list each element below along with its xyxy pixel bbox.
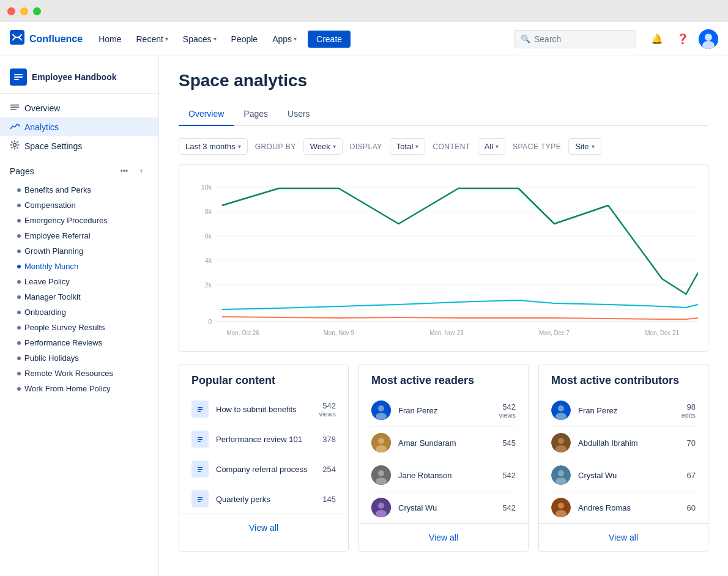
svg-text:2k: 2k	[205, 281, 212, 289]
space-type-value: Site	[575, 142, 589, 151]
sidebar-space-name: Employee Handbook	[32, 72, 116, 82]
active-contributors-list: Fran Perez 98 edits Abdullah Ibrahim 70	[539, 394, 708, 523]
content-item-2-count: 254	[322, 465, 336, 474]
nav-item-people[interactable]: People	[225, 31, 264, 48]
active-readers-view-all[interactable]: View all	[359, 523, 528, 551]
pages-actions: ••• +	[117, 164, 149, 179]
bullet-icon	[17, 341, 21, 345]
svg-rect-9	[10, 107, 19, 108]
svg-point-60	[558, 405, 564, 412]
nav-item-recent[interactable]: Recent ▾	[130, 31, 174, 48]
reader-name-2: Jane Rotanson	[398, 471, 495, 480]
sidebar-page-remote[interactable]: Remote Work Resources	[0, 366, 158, 381]
bullet-icon	[17, 265, 21, 268]
sidebar-page-survey[interactable]: People Survey Results	[0, 320, 158, 335]
content-filter[interactable]: All ▾	[478, 138, 505, 155]
reader-count-2: 542	[502, 471, 516, 480]
sidebar-page-performance-reviews[interactable]: Performance Reviews	[0, 335, 158, 350]
tab-overview[interactable]: Overview	[179, 103, 234, 126]
sidebar-page-wfh[interactable]: Work From Home Policy	[0, 381, 158, 396]
doc-icon	[191, 401, 209, 418]
close-button[interactable]	[7, 7, 15, 15]
svg-rect-6	[14, 76, 23, 78]
contributor-count-3: 60	[687, 503, 696, 512]
tab-pages[interactable]: Pages	[234, 103, 278, 126]
contributor-count-2: 67	[687, 471, 696, 480]
sidebar-page-onboarding[interactable]: Onboarding	[0, 305, 158, 320]
sidebar-item-analytics[interactable]: Analytics	[0, 117, 158, 136]
active-readers-card: Most active readers Fran Perez 542 views	[358, 364, 529, 552]
sidebar-item-settings-label: Space Settings	[24, 141, 82, 151]
reader-name-3: Crystal Wu	[398, 503, 495, 512]
sidebar-item-overview[interactable]: Overview	[0, 98, 158, 117]
date-range-filter[interactable]: Last 3 months ▾	[179, 138, 248, 155]
sidebar-page-referral[interactable]: Employee Referral	[0, 228, 158, 243]
nav-item-spaces[interactable]: Spaces ▾	[177, 31, 223, 48]
nav-item-home[interactable]: Home	[92, 31, 127, 48]
filters-bar: Last 3 months ▾ GROUP BY Week ▾ DISPLAY …	[179, 138, 708, 155]
bullet-icon	[17, 356, 21, 360]
sidebar-page-holidays[interactable]: Public Holidays	[0, 350, 158, 366]
nav-icons: 🔔 ❓	[647, 29, 718, 49]
sidebar-page-emergency[interactable]: Emergency Procedures	[0, 213, 158, 228]
search-icon: 🔍	[521, 34, 530, 43]
nav-item-apps[interactable]: Apps ▾	[266, 31, 303, 48]
sidebar-page-monthly-munch[interactable]: Monthly Munch	[0, 259, 158, 274]
popular-content-card: Popular content How to submit benefits	[179, 364, 349, 552]
maximize-button[interactable]	[33, 7, 41, 15]
search-bar[interactable]: 🔍 Search	[514, 30, 636, 48]
confluence-logo-text: Confluence	[29, 34, 83, 45]
tab-users[interactable]: Users	[278, 103, 320, 126]
svg-point-66	[558, 470, 564, 476]
active-contributors-view-all[interactable]: View all	[539, 523, 708, 551]
svg-rect-33	[198, 409, 202, 410]
pages-add-button[interactable]: +	[134, 164, 149, 179]
reader-item-0: Fran Perez 542 views	[371, 394, 516, 427]
space-type-filter[interactable]: Site ▾	[568, 138, 601, 155]
sidebar-item-space-settings[interactable]: Space Settings	[0, 136, 158, 155]
reader-item-2: Jane Rotanson 542	[371, 459, 516, 492]
active-readers-title: Most active readers	[359, 364, 528, 394]
reader-count-label-0: views	[499, 412, 516, 419]
nav-logo[interactable]: Confluence	[10, 30, 83, 48]
space-type-label: SPACE TYPE	[513, 142, 561, 151]
help-button[interactable]: ❓	[673, 29, 693, 49]
group-by-filter[interactable]: Week ▾	[303, 138, 343, 155]
svg-point-64	[555, 445, 566, 452]
navbar: Confluence Home Recent ▾ Spaces ▾ People…	[0, 22, 728, 56]
tabs: Overview Pages Users	[179, 103, 708, 126]
svg-rect-42	[198, 471, 201, 472]
svg-rect-8	[10, 105, 19, 106]
analytics-icon	[10, 121, 20, 133]
notifications-button[interactable]: 🔔	[647, 29, 667, 49]
sidebar-pages-header: Pages ••• +	[0, 160, 158, 182]
pages-section-label: Pages	[10, 166, 34, 176]
content-value: All	[485, 142, 493, 151]
svg-text:4k: 4k	[205, 257, 212, 264]
sidebar-page-leave[interactable]: Leave Policy	[0, 274, 158, 289]
svg-point-58	[376, 510, 387, 517]
create-button[interactable]: Create	[308, 31, 351, 48]
pages-more-button[interactable]: •••	[117, 164, 132, 179]
contributor-item-2: Crystal Wu 67	[551, 459, 696, 492]
popular-content-title: Popular content	[179, 364, 348, 394]
sidebar-page-compensation[interactable]: Compensation	[0, 198, 158, 213]
sidebar-page-manager[interactable]: Manager Toolkit	[0, 289, 158, 305]
popular-content-view-all[interactable]: View all	[179, 514, 348, 541]
cards-row: Popular content How to submit benefits	[179, 364, 708, 552]
svg-text:Mon, Nov 23: Mon, Nov 23	[429, 330, 464, 336]
sidebar-page-growth[interactable]: Growth Planning	[0, 243, 158, 259]
contributor-avatar-0	[551, 401, 571, 420]
svg-rect-38	[198, 441, 201, 442]
bullet-icon	[17, 295, 21, 299]
svg-rect-32	[198, 407, 202, 408]
page-title: Space analytics	[179, 71, 708, 90]
svg-text:6k: 6k	[205, 232, 212, 240]
svg-text:Mon, Dec 7: Mon, Dec 7	[539, 330, 570, 336]
display-filter[interactable]: Total ▾	[390, 138, 425, 155]
sidebar-page-benefits[interactable]: Benefits and Perks	[0, 182, 158, 198]
contributor-name-3: Andres Romas	[578, 503, 680, 512]
contributor-count-0: 98	[682, 402, 696, 412]
user-avatar[interactable]	[699, 29, 718, 49]
minimize-button[interactable]	[20, 7, 28, 15]
